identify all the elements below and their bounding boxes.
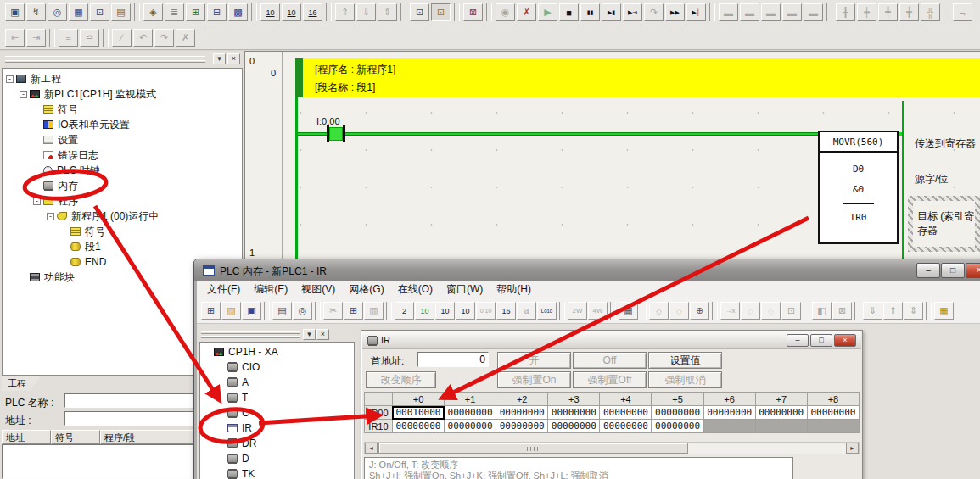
ir-minimize-button[interactable]: –	[787, 334, 809, 347]
panel-shade-button[interactable]: ▾	[213, 53, 226, 64]
tree-item-symbols[interactable]: 符号	[3, 102, 242, 117]
monitor-hex-icon[interactable]: 16	[303, 3, 322, 21]
memory-cell[interactable]: 00000000	[548, 406, 600, 420]
panel-grip[interactable]	[201, 336, 300, 338]
tree-item-memory[interactable]: 内存	[3, 178, 242, 193]
panel-grip[interactable]	[201, 331, 300, 334]
properties-icon[interactable]: ▤	[111, 3, 131, 21]
memory-tree-d[interactable]: D	[200, 451, 354, 466]
grid-icon[interactable]: ▦	[619, 302, 638, 320]
memory-cell[interactable]: 00000000	[392, 420, 444, 433]
tree-item-io-table[interactable]: IO表和单元设置	[3, 117, 242, 132]
memory-cell[interactable]: 00000000	[652, 420, 703, 433]
output-window-icon[interactable]: ⊟	[207, 3, 227, 21]
horizontal-scrollbar[interactable]: ◄ ►	[364, 442, 860, 454]
address-display-icon[interactable]: L010	[537, 302, 557, 320]
zoom-icon[interactable]: ⊕	[690, 302, 709, 320]
tab-project[interactable]: 工程	[2, 376, 41, 391]
restore-button[interactable]: □	[941, 263, 965, 278]
column-symbol[interactable]: 符号	[51, 430, 100, 444]
menu-help[interactable]: 帮助(H)	[490, 281, 538, 298]
memory-column-header[interactable]: +4	[600, 393, 652, 406]
memory-cell[interactable]: 00000000	[600, 406, 652, 420]
stop-icon[interactable]: ■	[559, 3, 579, 21]
memory-tree-cio[interactable]: CIO	[200, 359, 354, 375]
tree-item-error-log[interactable]: 错误日志	[3, 148, 242, 163]
work-online-icon[interactable]: ⊡	[410, 3, 429, 21]
tree-expander[interactable]: -	[47, 213, 54, 220]
monitor-icon[interactable]: ▦	[934, 302, 954, 320]
memory-cell[interactable]: 00000000	[600, 420, 652, 433]
contact-i000[interactable]	[327, 125, 345, 142]
scrollbar-thumb[interactable]	[378, 443, 688, 454]
continuous-step-icon[interactable]: ▶▶	[665, 3, 685, 21]
menu-online[interactable]: 在线(O)	[391, 281, 440, 298]
ir-close-button[interactable]: ×	[834, 334, 856, 347]
io-comment-icon[interactable]: ▩	[228, 3, 248, 21]
ir-window-titlebar[interactable]: IR – □ ×	[362, 331, 861, 349]
memory-cell[interactable]: 00000000	[496, 406, 548, 420]
monitor-view-icon[interactable]: ◎	[48, 3, 67, 21]
memory-cell[interactable]: 00000000	[807, 406, 859, 420]
column-program-section[interactable]: 程序/段	[100, 430, 204, 444]
start-address-input[interactable]	[417, 352, 489, 367]
memory-cell[interactable]: 00000000	[652, 406, 703, 420]
find-icon[interactable]: ◈	[143, 3, 163, 21]
plc-name-field[interactable]	[64, 393, 193, 408]
tree-item-settings[interactable]: 设置	[3, 132, 242, 148]
memory-column-header[interactable]: +7	[755, 393, 807, 406]
memory-table[interactable]: +0+1+2+3+4+5+6+7+8IR00000100000000000000…	[364, 392, 860, 433]
stop-monitor-icon[interactable]: ✗	[517, 3, 536, 21]
memory-column-header[interactable]: +3	[548, 393, 600, 406]
run-to-end-icon[interactable]: ▶│	[686, 3, 706, 21]
minimize-button[interactable]: –	[916, 263, 940, 278]
memory-column-header[interactable]: +1	[445, 393, 496, 406]
instruction-operand-1[interactable]: D0	[820, 164, 897, 175]
instruction-operand-3[interactable]: IR0	[820, 212, 897, 223]
bcd-icon[interactable]: 10	[415, 302, 434, 320]
panel-shade-button[interactable]: ▾	[303, 329, 316, 340]
memory-cell[interactable]: 00000000	[548, 420, 600, 433]
memory-cell[interactable]	[703, 420, 755, 433]
menu-grid[interactable]: 网格(G)	[342, 281, 390, 298]
memory-cell[interactable]: 00000000	[496, 420, 548, 433]
find-next-icon[interactable]: ◌	[669, 302, 689, 320]
copy-icon[interactable]: ⊞	[344, 302, 363, 320]
instruction-operand-2[interactable]: &0	[820, 184, 897, 195]
panel-grip[interactable]	[5, 60, 205, 63]
menu-view[interactable]: 视图(V)	[294, 281, 342, 298]
tree-item-program1-symbols[interactable]: 符号	[3, 224, 242, 239]
memory-row-header[interactable]: IR00	[365, 406, 393, 420]
memory-cell[interactable]: 00010000	[392, 406, 444, 420]
monitor-decimal-icon[interactable]: 10	[260, 3, 280, 21]
menu-edit[interactable]: 编辑(E)	[247, 281, 294, 298]
ir-restore-button[interactable]: □	[810, 334, 832, 347]
monitor-signed-decimal-icon[interactable]: 10	[282, 3, 301, 21]
scroll-left-arrow[interactable]: ◄	[365, 443, 378, 454]
movr-instruction-box[interactable]: MOVR(560) D0 &0 IR0	[818, 131, 899, 244]
memory-tree-ir[interactable]: IR	[200, 421, 354, 436]
memory-tree-a[interactable]: A	[200, 375, 354, 390]
menu-window[interactable]: 窗口(W)	[440, 281, 490, 298]
memory-column-header[interactable]: +5	[652, 393, 703, 406]
memory-column-header[interactable]: +0	[392, 393, 444, 406]
set-value-button[interactable]: 设置值	[648, 352, 722, 369]
panel-grip[interactable]	[5, 56, 205, 58]
memory-cell[interactable]: 00000000	[445, 420, 496, 433]
tree-expander[interactable]: -	[20, 91, 27, 98]
symbol-table-icon[interactable]: ≣	[165, 3, 184, 21]
window-page-icon[interactable]: ⊡	[90, 3, 109, 21]
tree-item-program1[interactable]: -新程序1 (00)运行中	[3, 209, 242, 224]
memory-tree-t[interactable]: T	[200, 390, 354, 405]
tree-item-section1[interactable]: 段1	[3, 239, 242, 254]
tree-item-plc[interactable]: -新PLC1[CP1H] 监视模式	[3, 86, 242, 102]
menu-file[interactable]: 文件(F)	[200, 281, 247, 298]
cross-reference-icon[interactable]: ⊞	[186, 3, 205, 21]
memory-row-header[interactable]: IR10	[365, 420, 393, 433]
decimal-icon[interactable]: 10	[435, 302, 455, 320]
new-view-icon[interactable]: ▣	[5, 3, 25, 21]
print-icon[interactable]: ▤	[272, 302, 292, 320]
panel-close-button[interactable]: ×	[227, 53, 240, 64]
plc-memory-window[interactable]: PLC 内存 - 新PLC1 - IR – □ × 文件(F) 编辑(E) 视图…	[193, 259, 980, 479]
save-icon[interactable]: ▣	[242, 302, 261, 320]
